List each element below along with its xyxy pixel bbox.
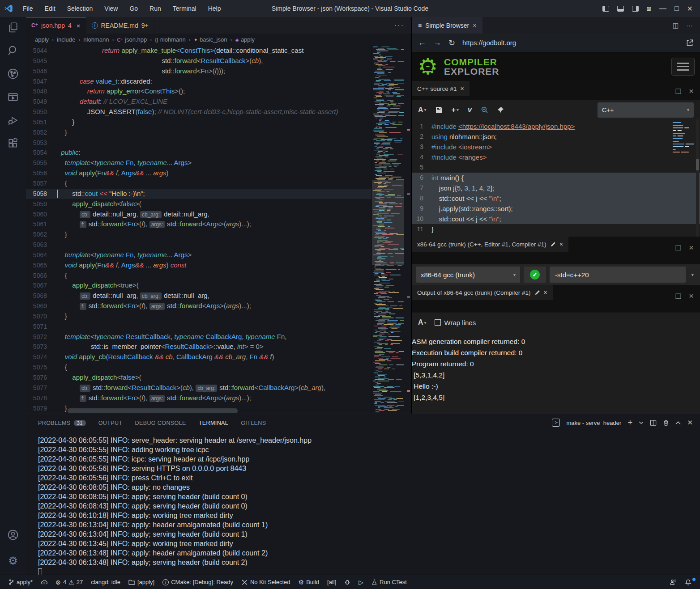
compiler-output-text[interactable]: ASM generation compiler returned: 0Execu… xyxy=(412,332,700,414)
editor-more-actions-icon[interactable]: ··· xyxy=(394,17,411,34)
toggle-panel-icon[interactable] xyxy=(617,6,624,12)
minimap[interactable] xyxy=(371,46,404,414)
close-icon[interactable]: × xyxy=(461,85,464,92)
close-tab-icon[interactable]: × xyxy=(77,22,81,30)
kit-item[interactable]: No Kit Selected xyxy=(238,575,294,589)
tab-simple-browser[interactable]: ≡ Simple Browser × xyxy=(412,17,482,34)
panel-tab-debug-console[interactable]: DEBUG CONSOLE xyxy=(135,415,186,430)
url-input[interactable]: https://godbolt.org xyxy=(462,39,679,47)
font-size-icon[interactable]: A▾ xyxy=(418,106,427,114)
compiler-select[interactable]: x86-64 gcc (trunk)▾ xyxy=(416,267,520,283)
problems-item[interactable]: ⊗4 ⚠27 xyxy=(52,575,86,589)
breadcrumb-item-nlohmann[interactable]: {}nlohmann xyxy=(155,36,185,43)
menu-selection[interactable]: Selection xyxy=(61,5,99,12)
close-icon[interactable]: × xyxy=(559,241,563,248)
rename-pane-icon[interactable] xyxy=(550,242,556,247)
godbolt-scrollbar[interactable] xyxy=(696,119,699,237)
sync-changes-item[interactable] xyxy=(38,575,51,589)
cmake-project-item[interactable]: [apply] xyxy=(125,575,158,589)
close-pane-icon[interactable]: × xyxy=(689,243,694,253)
compiler-explorer-logo-text[interactable]: COMPILER EXPLORER xyxy=(444,57,499,76)
breadcrumb-item-basic_json[interactable]: ✦basic_json xyxy=(194,36,227,43)
panel-tab-problems[interactable]: PROBLEMS31 xyxy=(38,415,86,430)
save-icon[interactable] xyxy=(435,106,443,114)
language-select[interactable]: C++▾ xyxy=(598,102,694,118)
cmake-status-item[interactable]: i CMake: [Debug]: Ready xyxy=(159,575,236,589)
rename-pane-icon[interactable] xyxy=(534,290,540,296)
run-debug-icon[interactable] xyxy=(7,114,19,126)
maximize-pane-icon[interactable]: □ xyxy=(675,291,680,301)
split-terminal-icon[interactable] xyxy=(650,420,657,426)
terminal-output[interactable]: [2022-04-30 06:05:55] INFO: serve_header… xyxy=(26,431,700,575)
search-icon[interactable] xyxy=(7,45,19,56)
simple-browser-view-icon[interactable] xyxy=(7,91,19,103)
menu-terminal[interactable]: Terminal xyxy=(167,5,202,12)
menu-view[interactable]: View xyxy=(98,5,124,12)
accounts-icon[interactable] xyxy=(7,529,19,541)
close-window-button[interactable]: ✕ xyxy=(687,4,693,13)
extensions-icon[interactable] xyxy=(7,138,19,149)
forward-icon[interactable]: → xyxy=(433,38,441,47)
kill-terminal-icon[interactable] xyxy=(663,420,669,426)
new-terminal-icon[interactable]: + xyxy=(627,418,632,428)
toggle-secondary-sidebar-icon[interactable] xyxy=(632,6,639,12)
minimize-button[interactable]: — xyxy=(659,4,666,13)
menu-go[interactable]: Go xyxy=(124,5,144,12)
hamburger-menu-icon[interactable] xyxy=(671,58,695,76)
back-icon[interactable]: ← xyxy=(418,38,426,47)
breadcrumb-item-nlohmann[interactable]: nlohmann xyxy=(83,36,109,43)
clangd-status-item[interactable]: clangd: idle xyxy=(88,575,124,589)
maximize-panel-icon[interactable] xyxy=(675,421,681,425)
settings-gear-icon[interactable]: ⚙ xyxy=(7,555,19,567)
panel-tab-terminal[interactable]: TERMINAL xyxy=(199,415,228,430)
horizontal-scrollbar[interactable] xyxy=(68,408,238,413)
close-pane-icon[interactable]: × xyxy=(689,86,694,96)
notifications-item[interactable] xyxy=(682,579,695,586)
menu-file[interactable]: File xyxy=(17,5,39,12)
tab-json-hpp[interactable]: C⁺ json.hpp 4 × xyxy=(26,17,86,34)
options-dropdown-icon[interactable]: ▾ xyxy=(689,272,696,278)
open-external-icon[interactable] xyxy=(686,39,694,47)
godbolt-source-editor[interactable]: 1#include <https://localhost:8443/apply/… xyxy=(412,119,700,237)
customize-layout-icon[interactable]: ⧈ xyxy=(647,4,651,13)
terminal-dropdown-icon[interactable] xyxy=(639,421,644,424)
explorer-icon[interactable] xyxy=(7,21,19,33)
build-target-item[interactable]: [all] xyxy=(324,575,339,589)
compiler-explorer-logo-icon[interactable]: ⚙ xyxy=(416,55,440,78)
maximize-button[interactable]: □ xyxy=(674,4,679,13)
compiler-options-input[interactable]: -std=c++20 xyxy=(550,267,686,283)
zoom-search-icon[interactable] xyxy=(481,106,488,114)
maximize-pane-icon[interactable]: □ xyxy=(675,86,680,96)
panel-tab-gitlens[interactable]: GITLENS xyxy=(241,415,266,430)
tab-readme-md[interactable]: i README.md 9+ xyxy=(86,17,154,34)
add-icon[interactable]: +▾ xyxy=(452,106,459,114)
panel-tab-output[interactable]: OUTPUT xyxy=(98,415,123,430)
menu-run[interactable]: Run xyxy=(144,5,167,12)
breadcrumb-item-include[interactable]: include xyxy=(57,36,75,43)
breadcrumb-item-apply[interactable]: ◈apply xyxy=(235,36,255,43)
compiler-pane-tab[interactable]: x86-64 gcc (trunk) (C++, Editor #1, Comp… xyxy=(412,237,568,252)
pin-icon[interactable] xyxy=(497,106,504,113)
close-icon[interactable]: × xyxy=(544,289,547,296)
output-pane-tab[interactable]: Output of x86-64 gcc (trunk) (Compiler #… xyxy=(412,285,553,300)
ctest-item[interactable]: Run CTest xyxy=(368,575,410,589)
close-pane-icon[interactable]: × xyxy=(689,291,694,301)
feedback-item[interactable] xyxy=(666,579,680,585)
split-editor-icon[interactable]: ◫ xyxy=(673,21,679,30)
more-actions-icon[interactable]: ··· xyxy=(686,21,693,29)
breadcrumb-item-json.hpp[interactable]: C⁺json.hpp xyxy=(117,36,147,43)
close-tab-icon[interactable]: × xyxy=(473,22,476,29)
source-control-icon[interactable] xyxy=(7,68,19,80)
menu-help[interactable]: Help xyxy=(202,5,227,12)
breadcrumb-item-apply[interactable]: apply xyxy=(35,36,49,43)
code-editor[interactable]: 5044 return apply_make_tuple<ConstThis>(… xyxy=(26,46,411,414)
launch-item[interactable]: ▷ xyxy=(355,575,367,589)
build-item[interactable]: ⚙Build xyxy=(295,575,322,589)
font-size-icon[interactable]: A▾ xyxy=(418,318,427,326)
wrap-lines-checkbox[interactable]: Wrap lines xyxy=(435,319,476,326)
maximize-pane-icon[interactable]: □ xyxy=(675,243,680,253)
toggle-sidebar-icon[interactable] xyxy=(602,6,609,12)
vim-mode-icon[interactable]: v xyxy=(468,106,472,114)
debug-item[interactable] xyxy=(341,575,354,589)
reload-icon[interactable]: ↻ xyxy=(448,38,455,48)
